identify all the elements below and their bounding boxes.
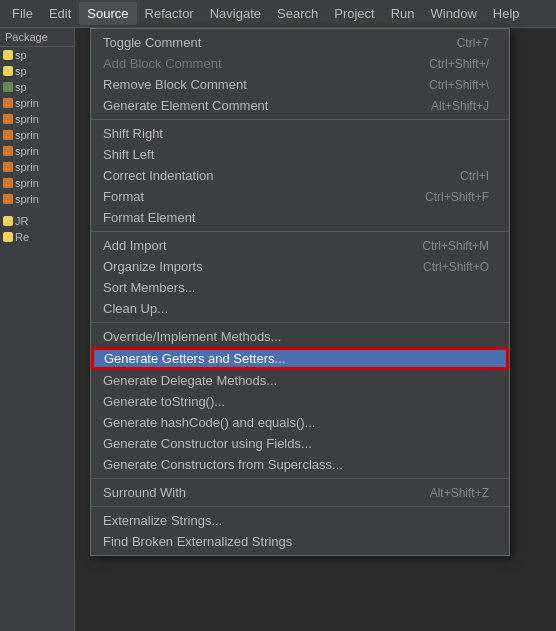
- list-item[interactable]: sp: [0, 79, 74, 95]
- list-item[interactable]: sprin: [0, 143, 74, 159]
- menu-item-shift-left[interactable]: Shift Left: [91, 144, 509, 165]
- list-item[interactable]: sprin: [0, 127, 74, 143]
- panel-header: Package: [0, 28, 74, 47]
- menu-item-format[interactable]: Format Ctrl+Shift+F: [91, 186, 509, 207]
- list-item[interactable]: sprin: [0, 175, 74, 191]
- menu-run[interactable]: Run: [383, 2, 423, 25]
- menu-item-remove-block-comment[interactable]: Remove Block Comment Ctrl+Shift+\: [91, 74, 509, 95]
- menu-item-sort-members[interactable]: Sort Members...: [91, 277, 509, 298]
- menu-item-add-block-comment: Add Block Comment Ctrl+Shift+/: [91, 53, 509, 74]
- list-item[interactable]: JR: [0, 213, 74, 229]
- menu-item-find-broken-strings[interactable]: Find Broken Externalized Strings: [91, 531, 509, 552]
- menu-search[interactable]: Search: [269, 2, 326, 25]
- list-item[interactable]: sprin: [0, 159, 74, 175]
- menu-item-generate-getters-setters[interactable]: Generate Getters and Setters...: [91, 347, 509, 370]
- source-dropdown-menu: Toggle Comment Ctrl+7 Add Block Comment …: [90, 28, 510, 556]
- menu-item-externalize-strings[interactable]: Externalize Strings...: [91, 510, 509, 531]
- menu-item-format-element[interactable]: Format Element: [91, 207, 509, 228]
- list-item[interactable]: Re: [0, 229, 74, 245]
- menu-item-surround-with[interactable]: Surround With Alt+Shift+Z: [91, 482, 509, 503]
- menu-item-generate-delegate[interactable]: Generate Delegate Methods...: [91, 370, 509, 391]
- separator-2: [91, 231, 509, 232]
- list-item[interactable]: sp: [0, 63, 74, 79]
- separator-1: [91, 119, 509, 120]
- menu-file[interactable]: File: [4, 2, 41, 25]
- menu-item-override-implement[interactable]: Override/Implement Methods...: [91, 326, 509, 347]
- menu-item-generate-tostring[interactable]: Generate toString()...: [91, 391, 509, 412]
- separator-3: [91, 322, 509, 323]
- package-panel: Package sp sp sp sprin sprin sprin sprin…: [0, 28, 75, 631]
- menu-item-correct-indentation[interactable]: Correct Indentation Ctrl+I: [91, 165, 509, 186]
- menu-project[interactable]: Project: [326, 2, 382, 25]
- menu-item-add-import[interactable]: Add Import Ctrl+Shift+M: [91, 235, 509, 256]
- menu-item-generate-constructor-superclass[interactable]: Generate Constructors from Superclass...: [91, 454, 509, 475]
- menu-navigate[interactable]: Navigate: [202, 2, 269, 25]
- menu-item-generate-constructor-fields[interactable]: Generate Constructor using Fields...: [91, 433, 509, 454]
- menu-item-toggle-comment[interactable]: Toggle Comment Ctrl+7: [91, 32, 509, 53]
- list-item[interactable]: sprin: [0, 111, 74, 127]
- menu-item-generate-element-comment[interactable]: Generate Element Comment Alt+Shift+J: [91, 95, 509, 116]
- menu-window[interactable]: Window: [423, 2, 485, 25]
- menu-help[interactable]: Help: [485, 2, 528, 25]
- menu-item-organize-imports[interactable]: Organize Imports Ctrl+Shift+O: [91, 256, 509, 277]
- menu-item-shift-right[interactable]: Shift Right: [91, 123, 509, 144]
- menu-edit[interactable]: Edit: [41, 2, 79, 25]
- menu-item-generate-hashcode-equals[interactable]: Generate hashCode() and equals()...: [91, 412, 509, 433]
- list-item[interactable]: sp: [0, 47, 74, 63]
- list-item[interactable]: sprin: [0, 95, 74, 111]
- menu-source[interactable]: Source: [79, 2, 136, 25]
- separator-5: [91, 506, 509, 507]
- menu-refactor[interactable]: Refactor: [137, 2, 202, 25]
- separator-4: [91, 478, 509, 479]
- menu-bar: File Edit Source Refactor Navigate Searc…: [0, 0, 556, 28]
- menu-item-clean-up[interactable]: Clean Up...: [91, 298, 509, 319]
- list-item[interactable]: sprin: [0, 191, 74, 207]
